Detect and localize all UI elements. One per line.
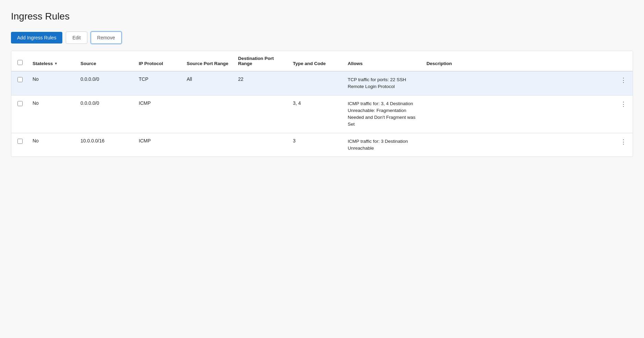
row-action-menu-button[interactable]: ⋮ xyxy=(618,100,629,108)
ingress-rules-table-wrapper: Stateless ▼ Source IP Protocol Source Po… xyxy=(11,51,633,157)
col-header-description: Description xyxy=(422,51,614,71)
row-stateless: No xyxy=(28,71,76,95)
row-protocol: ICMP xyxy=(135,133,183,157)
row-action-cell: ⋮ xyxy=(614,95,633,133)
row-source-port-range xyxy=(183,133,234,157)
table-row: No 0.0.0.0/0 TCP All 22 TCP traffic for … xyxy=(11,71,633,95)
row-type-and-code: 3, 4 xyxy=(289,95,344,133)
remove-button[interactable]: Remove xyxy=(91,32,122,44)
row-dest-port-range xyxy=(234,95,289,133)
toolbar: Add Ingress Rules Edit Remove xyxy=(11,32,633,44)
row-source: 0.0.0.0/0 xyxy=(76,71,135,95)
row-source-port-range xyxy=(183,95,234,133)
row-source: 10.0.0.0/16 xyxy=(76,133,135,157)
col-header-protocol: IP Protocol xyxy=(135,51,183,71)
row-description xyxy=(422,133,614,157)
row-type-and-code xyxy=(289,71,344,95)
row-description xyxy=(422,95,614,133)
row-action-cell: ⋮ xyxy=(614,71,633,95)
table-header-row: Stateless ▼ Source IP Protocol Source Po… xyxy=(11,51,633,71)
row-stateless: No xyxy=(28,95,76,133)
row-checkbox-cell xyxy=(11,95,28,133)
page-title: Ingress Rules xyxy=(11,11,633,22)
col-header-allows: Allows xyxy=(344,51,422,71)
row-allows: TCP traffic for ports: 22 SSH Remote Log… xyxy=(344,71,422,95)
row-allows: ICMP traffic for: 3, 4 Destination Unrea… xyxy=(344,95,422,133)
col-header-stateless: Stateless ▼ xyxy=(28,51,76,71)
row-protocol: ICMP xyxy=(135,95,183,133)
sort-icon: ▼ xyxy=(54,62,58,65)
col-header-dest-port-range: Destination Port Range xyxy=(234,51,289,71)
select-all-checkbox[interactable] xyxy=(17,60,23,65)
row-stateless: No xyxy=(28,133,76,157)
row-source: 0.0.0.0/0 xyxy=(76,95,135,133)
col-header-type-and-code: Type and Code xyxy=(289,51,344,71)
row-source-port-range: All xyxy=(183,71,234,95)
table-row: No 0.0.0.0/0 ICMP 3, 4 ICMP traffic for:… xyxy=(11,95,633,133)
col-header-action xyxy=(614,51,633,71)
row-checkbox-cell xyxy=(11,133,28,157)
select-all-header xyxy=(11,51,28,71)
table-row: No 10.0.0.0/16 ICMP 3 ICMP traffic for: … xyxy=(11,133,633,157)
row-dest-port-range: 22 xyxy=(234,71,289,95)
row-description xyxy=(422,71,614,95)
col-header-source-port-range: Source Port Range xyxy=(183,51,234,71)
row-dest-port-range xyxy=(234,133,289,157)
edit-button[interactable]: Edit xyxy=(66,32,87,44)
col-header-source: Source xyxy=(76,51,135,71)
row-protocol: TCP xyxy=(135,71,183,95)
row-type-and-code: 3 xyxy=(289,133,344,157)
row-checkbox-2[interactable] xyxy=(17,139,23,144)
ingress-rules-table: Stateless ▼ Source IP Protocol Source Po… xyxy=(11,51,633,157)
row-action-menu-button[interactable]: ⋮ xyxy=(618,76,629,84)
row-checkbox-cell xyxy=(11,71,28,95)
add-ingress-rules-button[interactable]: Add Ingress Rules xyxy=(11,32,62,43)
stateless-label: Stateless xyxy=(33,61,53,66)
row-checkbox-1[interactable] xyxy=(17,101,23,106)
row-checkbox-0[interactable] xyxy=(17,77,23,82)
row-action-cell: ⋮ xyxy=(614,133,633,157)
row-action-menu-button[interactable]: ⋮ xyxy=(618,138,629,146)
row-allows: ICMP traffic for: 3 Destination Unreacha… xyxy=(344,133,422,157)
stateless-sort-control[interactable]: Stateless ▼ xyxy=(33,61,72,66)
